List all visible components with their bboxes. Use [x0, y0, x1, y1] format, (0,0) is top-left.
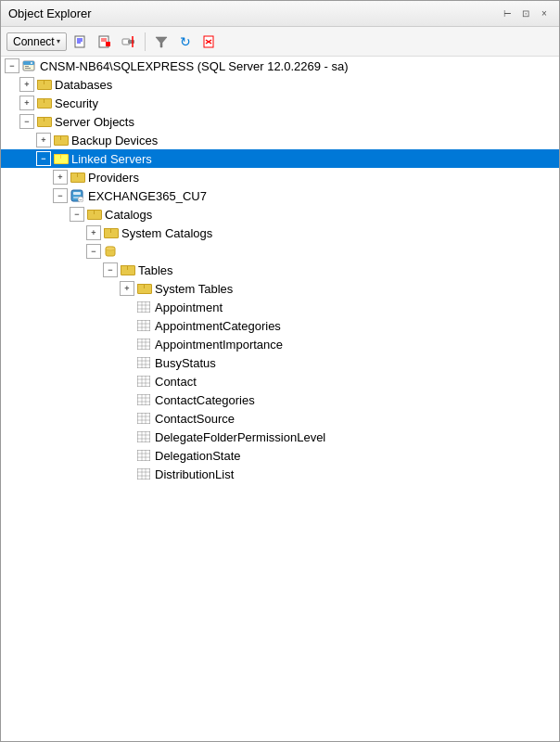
tree-root-node[interactable]: − CNSM-NB64\SQLEXPRESS (SQL Server 12.0.…	[1, 57, 559, 75]
svg-rect-42	[137, 357, 150, 368]
catalogs-label: Catalogs	[105, 208, 152, 222]
delegate-folder-table-icon	[136, 429, 151, 444]
system-catalogs-label: System Catalogs	[121, 226, 212, 240]
security-node[interactable]: + Security	[1, 94, 559, 112]
databases-node[interactable]: + Databases	[1, 75, 559, 94]
distribution-list-row[interactable]: DistributionList	[1, 465, 559, 483]
toolbar-separator-1	[145, 32, 146, 51]
appointment-importance-row[interactable]: AppointmentImportance	[1, 335, 559, 353]
svg-text:↔: ↔	[79, 197, 83, 202]
busy-status-table-icon	[136, 355, 151, 370]
tree-scrollbar-wrapper: − CNSM-NB64\SQLEXPRESS (SQL Server 12.0.…	[1, 57, 559, 741]
contact-cat-table-icon	[136, 392, 151, 407]
contact-cat-placeholder	[120, 392, 134, 407]
distribution-list-label: DistributionList	[155, 467, 234, 481]
linked-servers-folder-icon	[53, 151, 68, 166]
svg-rect-7	[106, 42, 110, 46]
svg-rect-47	[137, 376, 150, 387]
system-catalogs-expand-btn[interactable]: +	[86, 225, 101, 240]
db-expand-btn[interactable]: −	[86, 244, 101, 259]
linked-servers-label: Linked Servers	[71, 152, 152, 166]
providers-expand-btn[interactable]: +	[53, 170, 68, 185]
catalogs-expand-btn[interactable]: −	[70, 207, 84, 222]
svg-rect-37	[137, 339, 150, 350]
backup-devices-node[interactable]: + Backup Devices	[1, 131, 559, 149]
backup-devices-folder-icon	[53, 133, 68, 147]
tables-label: Tables	[138, 263, 173, 277]
new-query-icon[interactable]	[70, 32, 91, 52]
delegation-state-row[interactable]: DelegationState	[1, 446, 559, 465]
tree-container[interactable]: − CNSM-NB64\SQLEXPRESS (SQL Server 12.0.…	[1, 57, 559, 741]
delegate-folder-row[interactable]: DelegateFolderPermissionLevel	[1, 428, 559, 446]
providers-folder-icon	[70, 170, 84, 185]
tables-expand-btn[interactable]: −	[103, 262, 118, 277]
system-tables-label: System Tables	[155, 282, 233, 296]
appt-cat-placeholder	[120, 318, 134, 333]
svg-point-26	[106, 247, 115, 250]
svg-rect-72	[137, 468, 150, 480]
delegation-state-table-icon	[136, 448, 151, 463]
svg-rect-21	[73, 192, 81, 195]
contact-label: Contact	[155, 375, 197, 389]
delegate-folder-placeholder	[120, 429, 134, 444]
contact-row[interactable]: Contact	[1, 372, 559, 390]
refresh-icon[interactable]: ↻	[175, 32, 196, 52]
delegation-state-placeholder	[120, 448, 134, 463]
delegation-state-label: DelegationState	[155, 449, 241, 463]
svg-marker-11	[156, 37, 167, 47]
svg-rect-0	[75, 36, 84, 47]
contact-source-row[interactable]: ContactSource	[1, 409, 559, 428]
providers-node[interactable]: + Providers	[1, 168, 559, 186]
filter-icon[interactable]	[151, 32, 172, 52]
svg-rect-62	[137, 431, 150, 442]
svg-rect-9	[128, 40, 134, 44]
stop-icon[interactable]	[95, 32, 115, 52]
contact-src-placeholder	[120, 411, 134, 426]
delegate-folder-label: DelegateFolderPermissionLevel	[155, 430, 325, 444]
busy-status-placeholder	[120, 355, 134, 370]
appt-imp-label: AppointmentImportance	[155, 338, 283, 352]
server-objects-expand-btn[interactable]: −	[19, 114, 34, 129]
server-objects-node[interactable]: − Server Objects	[1, 112, 559, 131]
db-node[interactable]: −	[1, 242, 559, 261]
svg-rect-67	[137, 450, 150, 461]
linked-servers-expand-btn[interactable]: −	[36, 151, 51, 166]
appointment-row[interactable]: Appointment	[1, 298, 559, 316]
appointment-table-icon	[136, 300, 151, 314]
root-label: CNSM-NB64\SQLEXPRESS (SQL Server 12.0.22…	[40, 59, 349, 73]
contact-categories-row[interactable]: ContactCategories	[1, 390, 559, 409]
linked-servers-node[interactable]: − Linked Servers	[1, 149, 559, 168]
appointment-categories-row[interactable]: AppointmentCategories	[1, 316, 559, 335]
distribution-list-placeholder	[120, 467, 134, 481]
float-button[interactable]: ⊡	[518, 6, 533, 21]
system-tables-expand-btn[interactable]: +	[120, 281, 134, 296]
appt-imp-placeholder	[120, 337, 134, 352]
tables-node[interactable]: − Tables	[1, 261, 559, 279]
security-label: Security	[55, 96, 98, 110]
title-bar-right: ⊢ ⊡ ×	[500, 6, 552, 21]
disconnect-icon[interactable]	[119, 32, 139, 52]
system-tables-node[interactable]: + System Tables	[1, 279, 559, 298]
distribution-list-table-icon	[136, 467, 151, 481]
connect-button[interactable]: Connect ▾	[6, 32, 67, 51]
contact-src-table-icon	[136, 411, 151, 426]
security-expand-btn[interactable]: +	[19, 96, 34, 110]
delete-icon[interactable]	[199, 32, 220, 52]
exchange-expand-btn[interactable]: −	[53, 188, 68, 203]
databases-expand-btn[interactable]: +	[19, 77, 34, 92]
busy-status-row[interactable]: BusyStatus	[1, 353, 559, 372]
close-button[interactable]: ×	[537, 6, 552, 21]
appointment-label: Appointment	[155, 301, 223, 314]
backup-devices-expand-btn[interactable]: +	[36, 133, 51, 147]
root-expand-btn[interactable]: −	[5, 58, 19, 73]
appt-cat-table-icon	[136, 318, 151, 333]
connect-dropdown-arrow: ▾	[57, 37, 60, 45]
catalogs-node[interactable]: − Catalogs	[1, 205, 559, 224]
busy-status-label: BusyStatus	[155, 356, 216, 370]
pin-button[interactable]: ⊢	[500, 6, 515, 21]
system-catalogs-node[interactable]: + System Catalogs	[1, 224, 559, 242]
exchange-label: EXCHANGE365_CU7	[88, 189, 207, 203]
svg-rect-19	[25, 68, 31, 69]
title-bar-left: Object Explorer	[8, 6, 92, 20]
exchange-node[interactable]: − ↔ EXCHANGE365_CU7	[1, 186, 559, 205]
